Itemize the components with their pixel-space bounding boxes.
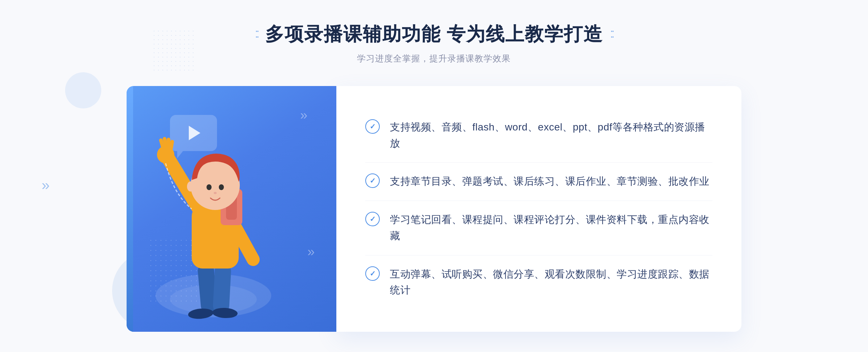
arrow-decoration-left: »	[42, 177, 50, 193]
header-section: ⁚⁚ 多项录播课辅助功能 专为线上教学打造 ⁚⁚ 学习进度全掌握，提升录播课教学…	[255, 22, 613, 64]
check-mark-1: ✓	[370, 123, 376, 130]
svg-rect-3	[213, 263, 231, 314]
left-panel: » »	[127, 86, 336, 332]
feature-item-3: ✓ 学习笔记回看、课程提问、课程评论打分、课件资料下载，重点内容收藏	[365, 201, 712, 256]
title-row: ⁚⁚ 多项录播课辅助功能 专为线上教学打造 ⁚⁚	[255, 22, 613, 47]
title-dots-right: ⁚⁚	[610, 29, 613, 40]
svg-point-19	[214, 192, 217, 194]
svg-point-18	[219, 184, 224, 190]
feature-item-4: ✓ 互动弹幕、试听购买、微信分享、观看次数限制、学习进度跟踪、数据统计	[365, 256, 712, 310]
right-panel: ✓ 支持视频、音频、flash、word、excel、ppt、pdf等各种格式的…	[336, 86, 741, 332]
check-mark-4: ✓	[370, 270, 376, 277]
check-circle-3: ✓	[365, 212, 380, 226]
feature-text-1: 支持视频、音频、flash、word、excel、ppt、pdf等各种格式的资源…	[390, 119, 712, 152]
svg-line-9	[161, 140, 163, 147]
title-dots-left: ⁚⁚	[255, 29, 258, 40]
page-container: » ⁚⁚ 多项录播课辅助功能 专为线上教学打造 ⁚⁚ 学习进度全掌握，提升录播课…	[0, 0, 868, 352]
main-title: 多项录播课辅助功能 专为线上教学打造	[265, 22, 603, 47]
svg-point-20	[187, 181, 194, 192]
svg-line-10	[165, 139, 166, 146]
person-illustration	[141, 122, 322, 332]
feature-text-2: 支持章节目录、弹题考试、课后练习、课后作业、章节测验、批改作业	[390, 173, 710, 190]
panel-arrow-top: »	[300, 108, 307, 123]
content-area: » »	[127, 86, 741, 332]
check-circle-1: ✓	[365, 119, 380, 134]
dots-decoration-top-left	[152, 29, 195, 72]
feature-text-4: 互动弹幕、试听购买、微信分享、观看次数限制、学习进度跟踪、数据统计	[390, 266, 712, 299]
feature-item-2: ✓ 支持章节目录、弹题考试、课后练习、课后作业、章节测验、批改作业	[365, 163, 712, 201]
sub-title: 学习进度全掌握，提升录播课教学效果	[255, 53, 613, 64]
check-mark-3: ✓	[370, 215, 376, 223]
check-circle-2: ✓	[365, 173, 380, 188]
vertical-bar	[127, 86, 133, 332]
circle-decoration-small	[65, 72, 101, 108]
check-mark-2: ✓	[370, 177, 376, 184]
svg-point-17	[207, 184, 212, 190]
feature-item-1: ✓ 支持视频、音频、flash、word、excel、ppt、pdf等各种格式的…	[365, 108, 712, 163]
feature-text-3: 学习笔记回看、课程提问、课程评论打分、课件资料下载，重点内容收藏	[390, 212, 712, 244]
svg-line-12	[171, 142, 172, 148]
check-circle-4: ✓	[365, 266, 380, 281]
